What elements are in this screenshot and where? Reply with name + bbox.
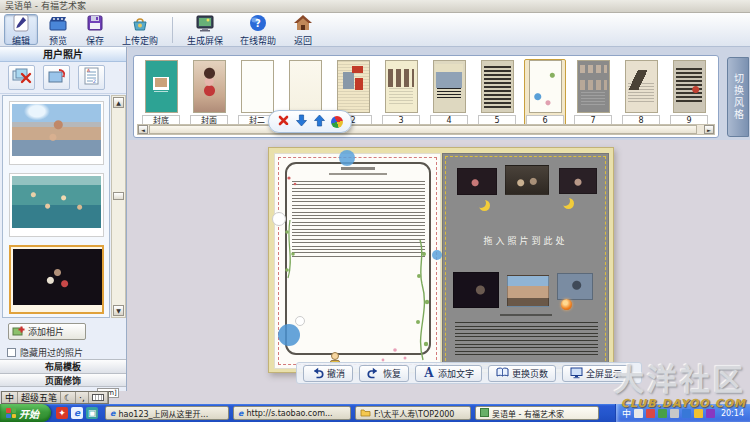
taskbar-task-app-active[interactable]: 吴语单 - 有福艺术家 — [475, 406, 599, 420]
upload-order-label: 上传定购 — [122, 34, 158, 47]
thumb-page-7[interactable]: 7 — [572, 59, 614, 128]
photo-lower-1[interactable] — [453, 272, 499, 308]
tray-icon-2[interactable] — [646, 409, 655, 418]
fullscreen-label: 全屏显示 — [586, 367, 622, 380]
change-pages-button[interactable]: 更换页数 — [488, 365, 556, 382]
page-right[interactable]: 拖入照片到此处 — [442, 153, 609, 369]
scrollbar-thumb[interactable] — [113, 192, 124, 200]
blue-circle-decoration — [339, 150, 355, 166]
thumb-image — [433, 60, 466, 113]
title-bar: 吴语单 - 有福艺术家 — [0, 0, 750, 13]
page-thumbnails-panel: 封底 封面 封二 1 2 3 4 5 6 7 8 9 ◄ ► — [133, 55, 719, 138]
ime-softkeyboard-toggle[interactable] — [89, 392, 108, 403]
move-up-icon[interactable] — [313, 112, 326, 131]
thumb-page-3[interactable]: 3 — [380, 59, 422, 128]
add-photo-button[interactable]: 添加相片 — [8, 323, 86, 340]
photo-item-2[interactable] — [9, 173, 104, 237]
upload-order-button[interactable]: 上传定购 — [115, 14, 165, 45]
photo-item-3-selected[interactable] — [9, 245, 104, 314]
keyboard-icon — [92, 394, 104, 401]
sort-photos-button[interactable]: AZ — [78, 65, 105, 90]
thumb-page-8[interactable]: 8 — [620, 59, 662, 128]
taskbar-task-folder[interactable]: F:\太平人寿\TOP2000 — [355, 406, 471, 420]
help-globe-icon: ? — [248, 13, 268, 33]
tray-icon-6[interactable] — [694, 409, 703, 418]
thumb-back-cover[interactable]: 封底 — [140, 59, 182, 128]
hide-used-label: 隐藏用过的照片 — [20, 346, 83, 359]
scroll-up-arrow[interactable]: ▲ — [113, 97, 124, 108]
thumb-image — [385, 60, 418, 113]
switch-style-button[interactable]: 切换风格 — [727, 57, 749, 137]
color-wheel-icon[interactable] — [331, 116, 343, 128]
screensaver-button[interactable]: 生成屏保 — [180, 14, 230, 45]
taskbar-clock: 20:14 — [721, 409, 744, 418]
online-help-label: 在线帮助 — [240, 34, 276, 47]
page-text-block[interactable] — [455, 322, 598, 358]
online-help-button[interactable]: ? 在线帮助 — [233, 14, 283, 45]
photo-lower-3[interactable] — [557, 273, 593, 300]
tray-icon-5[interactable] — [682, 409, 691, 418]
undo-button[interactable]: 撤消 — [303, 365, 353, 382]
photo-lower-2[interactable] — [507, 275, 549, 307]
thumb-page-5[interactable]: 5 — [476, 59, 518, 128]
delete-photo-button[interactable] — [8, 65, 35, 90]
photo-night-1[interactable] — [457, 168, 497, 195]
quicklaunch-icon-3[interactable]: ▣ — [86, 407, 98, 419]
photo-tools: AZ — [0, 62, 126, 94]
thumb-page-6-selected[interactable]: 6 — [524, 59, 566, 128]
editor-canvas[interactable]: 拖入照片到此处 撤消 恢复 A 添加文字 — [128, 140, 750, 390]
redo-button[interactable]: 恢复 — [359, 365, 409, 382]
window-title: 吴语单 - 有福艺术家 — [5, 1, 86, 11]
photo-night-2[interactable] — [505, 165, 549, 195]
return-button[interactable]: 返回 — [286, 14, 320, 45]
thumb-page-4[interactable]: 4 — [428, 59, 470, 128]
cartoon-figure-head — [331, 352, 339, 360]
thumbnails-scrollbar[interactable]: ◄ ► — [137, 124, 715, 135]
hide-used-checkbox[interactable] — [7, 348, 16, 357]
task-label: F:\太平人寿\TOP2000 — [374, 408, 454, 419]
add-photo-icon — [12, 325, 25, 339]
ime-name[interactable]: 超级五笔 — [18, 392, 61, 403]
edit-button[interactable]: 编辑 — [4, 14, 38, 45]
ime-lang-indicator[interactable]: 中 — [2, 392, 18, 403]
folder-icon — [360, 408, 371, 419]
thumb-front-cover[interactable]: 封面 — [188, 59, 230, 128]
taskbar-task-hao123[interactable]: e hao123_上网从这里开... — [105, 406, 229, 420]
rotate-photo-button[interactable] — [43, 65, 70, 90]
quicklaunch-icon-1[interactable]: ✦ — [56, 407, 68, 419]
page-decorate-bar[interactable]: 页面修饰 — [0, 373, 126, 387]
floral-vine-decoration — [275, 154, 442, 370]
change-pages-label: 更换页数 — [512, 367, 548, 380]
save-button[interactable]: 保存 — [78, 14, 112, 45]
tray-icon-7[interactable] — [706, 409, 715, 418]
taskbar-task-taobao[interactable]: e http://s.taobao.com... — [233, 406, 351, 420]
fullscreen-button[interactable]: 全屏显示 — [562, 365, 630, 382]
ime-bar: 中 超级五笔 ☾ ·, — [1, 391, 109, 404]
scroll-left-arrow[interactable]: ◄ — [138, 125, 148, 134]
tray-icon-1[interactable] — [634, 409, 643, 418]
ime-punctuation-toggle[interactable]: ·, — [76, 392, 89, 403]
start-button[interactable]: 开始 — [0, 404, 51, 422]
thumb-page-9[interactable]: 9 — [668, 59, 710, 128]
photo-night-3[interactable] — [559, 168, 597, 194]
photo-item-1[interactable] — [9, 101, 104, 165]
photo-thumbnail-night — [13, 249, 102, 305]
scroll-right-arrow[interactable]: ► — [704, 125, 714, 134]
scrollbar-thumb[interactable] — [149, 125, 697, 134]
photo-list-scrollbar[interactable]: ▲ ▼ — [111, 95, 126, 318]
scroll-down-arrow[interactable]: ▼ — [113, 305, 124, 316]
tray-icon-4[interactable] — [670, 409, 679, 418]
tray-icon-3[interactable] — [658, 409, 667, 418]
layout-template-bar[interactable]: 布局模板 — [0, 359, 126, 373]
svg-text:Z: Z — [93, 78, 96, 83]
app-window: 吴语单 - 有福艺术家 编辑 预览 保存 上传定购 生成屏保 ? 在线帮助 — [0, 0, 750, 422]
preview-button[interactable]: 预览 — [41, 14, 75, 45]
ime-fullhalf-toggle[interactable]: ☾ — [61, 392, 76, 403]
tray-lang-indicator[interactable]: 中 — [622, 407, 631, 420]
ie-icon[interactable]: e — [71, 407, 83, 419]
add-text-button[interactable]: A 添加文字 — [415, 365, 482, 382]
move-down-icon[interactable] — [295, 112, 308, 131]
add-text-icon: A — [423, 366, 435, 381]
page-left[interactable] — [274, 153, 441, 369]
delete-page-icon[interactable] — [277, 112, 290, 131]
